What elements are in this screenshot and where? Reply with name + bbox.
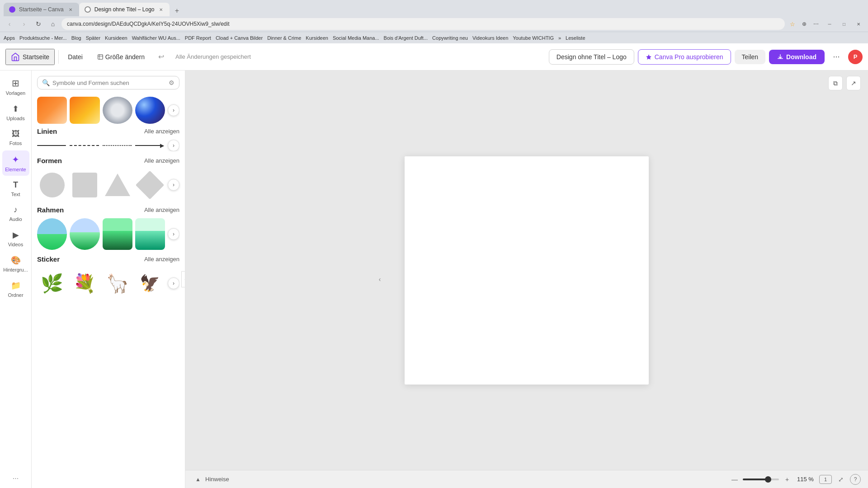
shape-circle-item[interactable] — [37, 169, 67, 201]
frame-circle-1[interactable] — [37, 218, 67, 250]
lines-show-all[interactable]: Alle anzeigen — [144, 128, 179, 135]
up-arrow-icon: ▲ — [195, 476, 201, 483]
home-icon — [11, 52, 20, 61]
panel-collapse-button[interactable]: ‹ — [181, 271, 185, 287]
user-avatar[interactable]: P — [848, 50, 863, 64]
canvas-duplicate-button[interactable]: ⧉ — [828, 76, 843, 90]
sticker-flowers[interactable]: 💐 — [70, 267, 99, 299]
scroll-right-button-stickers[interactable]: › — [168, 277, 179, 289]
tab-close-startseite[interactable]: ✕ — [67, 6, 74, 13]
canvas-share-link-button[interactable]: ↗ — [846, 76, 861, 90]
shape-rect-item[interactable] — [70, 169, 99, 201]
nav-refresh-button[interactable]: ↻ — [33, 18, 44, 30]
home-button[interactable]: Startseite — [5, 49, 55, 65]
download-button[interactable]: Download — [769, 50, 825, 64]
frame-circle-2[interactable] — [70, 218, 99, 250]
more-options-button[interactable]: ··· — [828, 49, 844, 65]
browser-settings-button[interactable]: ⋯ — [811, 19, 821, 29]
bookmark-bois[interactable]: Bois d'Argent Duft... — [384, 35, 428, 41]
scroll-right-button-top[interactable]: › — [168, 104, 179, 116]
help-button[interactable]: ? — [850, 474, 861, 485]
shape-triangle-item[interactable] — [103, 169, 132, 201]
frames-show-all[interactable]: Alle anzeigen — [144, 206, 179, 213]
image-item-1[interactable] — [37, 97, 67, 124]
canva-pro-button[interactable]: Canva Pro ausprobieren — [638, 49, 731, 65]
image-item-4[interactable] — [135, 97, 165, 124]
bookmark-kursideen2[interactable]: Kursideen — [306, 35, 328, 41]
bookmark-star-button[interactable]: ☆ — [788, 19, 797, 29]
nav-back-button[interactable]: ‹ — [4, 18, 15, 30]
stickers-show-all[interactable]: Alle anzeigen — [144, 256, 179, 263]
page-indicator[interactable]: 1 — [819, 475, 832, 484]
bookmark-wahlfaecher[interactable]: Wahlfächer WU Aus... — [132, 35, 180, 41]
bookmark-more[interactable]: » — [558, 35, 561, 41]
minimize-button[interactable]: ─ — [824, 18, 835, 30]
line-solid-item[interactable] — [37, 141, 66, 150]
extensions-button[interactable]: ⊕ — [799, 19, 809, 29]
sidebar-item-hintergruende[interactable]: 🎨 Hintergru... — [2, 252, 29, 276]
bookmark-produktsuche[interactable]: Produktsuche - Mer... — [19, 35, 67, 41]
title-button[interactable]: Design ohne Titel – Logo — [549, 49, 634, 65]
bookmark-kursideen1[interactable]: Kursideen — [105, 35, 127, 41]
undo-button[interactable]: ↩ — [154, 50, 168, 64]
shape-diamond-item[interactable] — [135, 169, 165, 201]
design-canvas[interactable] — [405, 156, 649, 385]
scroll-right-button-frames[interactable]: › — [168, 228, 179, 240]
bookmark-copy[interactable]: Copywriting neu — [432, 35, 468, 41]
bookmark-social[interactable]: Social Media Mana... — [333, 35, 379, 41]
line-arrow-item[interactable]: ▶ — [135, 141, 164, 150]
bookmark-blog[interactable]: Blog — [71, 35, 81, 41]
frame-rect-1[interactable] — [103, 218, 132, 250]
favicon-design — [85, 6, 91, 13]
bookmark-video[interactable]: Videokurs Ideen — [472, 35, 508, 41]
file-menu-button[interactable]: Datei — [62, 51, 88, 63]
sidebar-item-uploads[interactable]: ⬆ Uploads — [2, 100, 29, 125]
forms-show-all[interactable]: Alle anzeigen — [144, 157, 179, 164]
sidebar-item-elemente[interactable]: ✦ Elemente — [2, 150, 29, 176]
resize-button[interactable]: Größe ändern — [92, 51, 150, 63]
tab-startseite[interactable]: Startseite – Canva ✕ — [4, 3, 79, 16]
sidebar-more-dots[interactable]: ··· — [13, 474, 19, 483]
sticker-llama[interactable]: 🦙 — [103, 267, 132, 299]
share-button[interactable]: Teilen — [735, 50, 766, 64]
address-input[interactable] — [61, 18, 785, 30]
bookmark-youtube[interactable]: Youtube WICHTIG — [513, 35, 554, 41]
canvas-scroll-left[interactable]: ‹ — [375, 275, 384, 284]
bookmark-pdf[interactable]: PDF Report — [185, 35, 211, 41]
sidebar-item-fotos[interactable]: 🖼 Fotos — [2, 126, 29, 150]
image-item-2[interactable] — [70, 97, 99, 124]
fullscreen-button[interactable]: ⤢ — [835, 474, 846, 485]
nav-forward-button[interactable]: › — [18, 18, 30, 30]
zoom-slider[interactable] — [743, 479, 779, 480]
line-dashed-item[interactable] — [70, 141, 99, 150]
scroll-right-button-lines[interactable]: › — [168, 140, 179, 151]
tab-close-design[interactable]: ✕ — [158, 6, 164, 13]
bookmark-cload[interactable]: Cload + Canva Bilder — [216, 35, 263, 41]
sidebar-item-ordner[interactable]: 📁 Ordner — [2, 277, 29, 301]
frame-rect-2[interactable] — [135, 218, 165, 250]
sidebar-item-audio[interactable]: ♪ Audio — [2, 202, 29, 225]
hints-collapse-arrow[interactable]: ▲ — [193, 474, 203, 485]
bookmark-spaeter[interactable]: Später — [86, 35, 100, 41]
zoom-plus-button[interactable]: + — [783, 475, 792, 484]
zoom-minus-button[interactable]: — — [730, 475, 739, 484]
bookmark-leseliste[interactable]: Leseliste — [566, 35, 585, 41]
new-tab-button[interactable]: + — [171, 5, 182, 16]
filter-icon[interactable]: ⚙ — [169, 79, 175, 86]
bookmark-apps[interactable]: Apps — [4, 35, 15, 41]
sticker-bird[interactable]: 🦅 — [135, 267, 165, 299]
nav-home-button[interactable]: ⌂ — [47, 18, 59, 30]
sticker-leaf[interactable]: 🌿 — [37, 267, 67, 299]
sidebar-item-vorlagen[interactable]: ⊞ Vorlagen — [2, 74, 29, 99]
search-input[interactable] — [52, 80, 166, 86]
maximize-button[interactable]: □ — [838, 18, 850, 30]
scroll-right-button-shapes[interactable]: › — [168, 179, 179, 191]
line-dotted-item[interactable] — [103, 141, 132, 150]
bookmark-dinner[interactable]: Dinner & Crime — [267, 35, 301, 41]
image-item-3[interactable] — [103, 97, 132, 124]
sidebar-item-videos[interactable]: ▶ Videos — [2, 226, 29, 251]
close-window-button[interactable]: ✕ — [853, 18, 864, 30]
tab-design[interactable]: Design ohne Titel – Logo ✕ — [79, 3, 170, 16]
sidebar-item-text[interactable]: T Text — [2, 177, 29, 201]
frames-section-header: Rahmen Alle anzeigen — [37, 206, 179, 214]
